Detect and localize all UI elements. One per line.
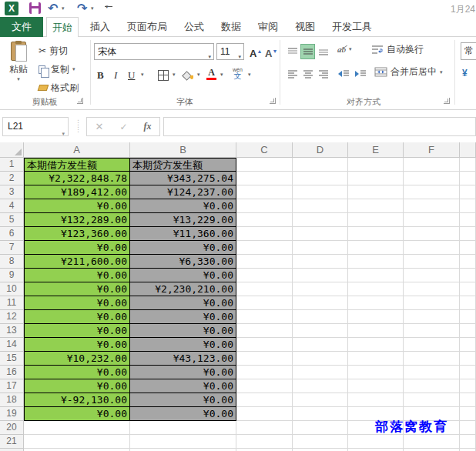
formula-bar-drag-handle[interactable]: ⋮⋮ [75,119,82,133]
row-header-13[interactable]: 13 [0,324,24,338]
cell-C6[interactable] [236,227,293,241]
cell-B8[interactable]: ¥6,330.00 [130,255,236,269]
cell-F9[interactable] [404,269,460,282]
alignment-dialog-launcher-icon[interactable] [444,98,450,104]
cell-A11[interactable]: ¥0.00 [24,296,130,310]
save-icon[interactable] [29,2,41,14]
cell-D8[interactable] [293,255,348,269]
cell-F4[interactable] [404,199,460,213]
cell-E21[interactable] [348,435,404,449]
cancel-icon[interactable]: ✕ [96,121,104,132]
cell-D17[interactable] [293,379,348,393]
cell-D5[interactable] [293,213,348,227]
cell-E3[interactable] [348,185,404,199]
cell-A6[interactable]: ¥123,360.00 [24,227,130,241]
cell-C8[interactable] [236,255,293,269]
font-name-dropdown-icon[interactable]: ▾ [208,49,211,65]
align-center-button[interactable] [300,66,315,82]
cell-B16[interactable]: ¥0.00 [130,366,236,379]
cell-E15[interactable] [348,352,404,366]
cell-D15[interactable] [293,352,348,366]
tab-developer[interactable]: 开发工具 [332,17,372,37]
row-header-16[interactable]: 16 [0,366,24,379]
cell-F15[interactable] [404,352,460,366]
tab-formulas[interactable]: 公式 [184,17,204,37]
align-left-button[interactable] [285,66,300,82]
cell-F12[interactable] [404,310,460,324]
cell-D6[interactable] [293,227,348,241]
cell-D10[interactable] [293,282,348,296]
borders-button[interactable] [158,66,169,84]
cell-C11[interactable] [236,296,293,310]
shrink-font-button[interactable]: A▼ [265,44,277,62]
row-header-8[interactable]: 8 [0,255,24,269]
cell-A7[interactable]: ¥0.00 [24,241,130,255]
increase-indent-button[interactable] [353,66,367,82]
tab-page-layout[interactable]: 页面布局 [127,17,167,37]
cell-A14[interactable]: ¥0.00 [24,338,130,352]
cell-C10[interactable] [236,282,293,296]
italic-button[interactable]: I [114,66,117,84]
cell-C15[interactable] [236,352,293,366]
row-header-7[interactable]: 7 [0,241,24,255]
cell-A10[interactable]: ¥0.00 [24,282,130,296]
cell-D4[interactable] [293,199,348,213]
cell-C12[interactable] [236,310,293,324]
format-painter-button[interactable]: 格式刷 [39,79,79,97]
cell-E9[interactable] [348,269,404,282]
underline-dropdown-icon[interactable]: ▾ [141,72,144,78]
cell-B1[interactable]: 本期贷方发生额 [130,158,236,172]
cell-A8[interactable]: ¥211,600.00 [24,255,130,269]
cell-A1[interactable]: 本期借方发生额 [24,158,130,172]
cell-C21[interactable] [236,435,293,449]
merge-center-dropdown-icon[interactable]: ▾ [440,69,443,75]
cell-D19[interactable] [293,407,348,421]
col-header-B[interactable]: B [130,142,236,158]
cell-D9[interactable] [293,269,348,282]
cell-F2[interactable] [404,172,460,185]
orientation-button[interactable]: ab ▾ [337,45,352,54]
cell-F3[interactable] [404,185,460,199]
tab-review[interactable]: 审阅 [258,17,278,37]
cell-B20[interactable] [130,421,236,435]
tab-view[interactable]: 视图 [295,17,315,37]
undo-icon[interactable]: ↶ [48,0,58,17]
cell-F14[interactable] [404,338,460,352]
wrap-text-button[interactable]: 自动换行 [371,43,424,56]
cell-D13[interactable] [293,324,348,338]
col-header-E[interactable]: E [348,142,404,158]
row-header-6[interactable]: 6 [0,227,24,241]
cell-B3[interactable]: ¥124,237.00 [130,185,236,199]
cell-A21[interactable] [24,435,130,449]
paste-button[interactable]: 粘贴 ▾ [3,42,34,94]
row-header-9[interactable]: 9 [0,269,24,282]
clipboard-dialog-launcher-icon[interactable] [77,98,83,104]
cut-button[interactable]: ✂ 剪切 [39,42,79,60]
cell-C20[interactable] [236,421,293,435]
cell-A15[interactable]: ¥10,232.00 [24,352,130,366]
number-format-combo-partial[interactable]: 常 [461,42,476,60]
grow-font-button[interactable]: A▲ [250,44,262,62]
cell-B10[interactable]: ¥2,230,210.00 [130,282,236,296]
tab-file[interactable]: 文件 [0,17,43,37]
fill-color-dropdown-icon[interactable]: ▾ [197,72,200,78]
copy-dropdown-icon[interactable]: ▾ [72,66,75,72]
cell-D21[interactable] [293,435,348,449]
cell-C13[interactable] [236,324,293,338]
cell-B2[interactable]: ¥343,275.04 [130,172,236,185]
col-header-F[interactable]: F [404,142,460,158]
font-size-dropdown-icon[interactable]: ▾ [238,49,241,65]
cell-C1[interactable] [236,158,293,172]
row-header-12[interactable]: 12 [0,310,24,324]
align-right-button[interactable] [316,66,330,82]
cell-D18[interactable] [293,393,348,407]
font-dialog-launcher-icon[interactable] [270,98,276,104]
cell-E6[interactable] [348,227,404,241]
cell-F13[interactable] [404,324,460,338]
cell-E17[interactable] [348,379,404,393]
col-header-A[interactable]: A [24,142,130,158]
cell-E18[interactable] [348,393,404,407]
cell-E12[interactable] [348,310,404,324]
cell-F1[interactable] [404,158,460,172]
cell-D2[interactable] [293,172,348,185]
